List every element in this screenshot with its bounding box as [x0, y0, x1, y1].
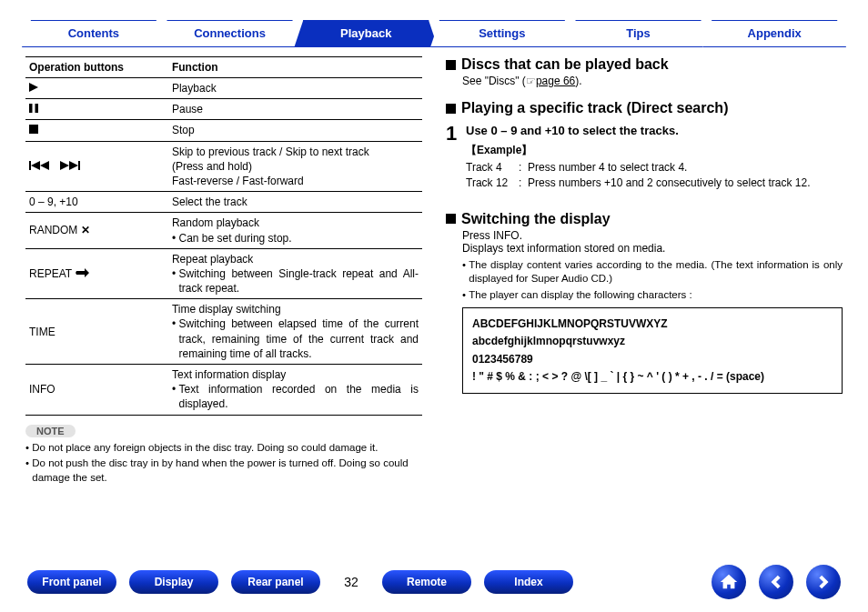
footer-display[interactable]: Display — [129, 570, 218, 594]
notes-list: Do not place any foreign objects in the … — [25, 441, 422, 486]
btn-repeat-label: REPEAT — [29, 267, 75, 280]
example-val-1: Press number 4 to select track 4. — [528, 160, 843, 176]
switching-line1: Press INFO. — [462, 229, 843, 242]
example-key-1: Track 4 — [466, 160, 519, 176]
note-1: Do not place any foreign objects in the … — [32, 441, 378, 456]
fn-pause: Pause — [168, 99, 422, 120]
th-operation: Operation buttons — [25, 57, 168, 78]
btn-random-label: RANDOM — [29, 224, 81, 236]
svg-marker-6 — [40, 161, 49, 170]
section-switching-title: Switching the display — [446, 211, 843, 227]
fn-skip-1: Skip to previous track / Skip to next tr… — [172, 145, 419, 159]
play-icon — [29, 82, 38, 95]
table-row: REPEAT Repeat playback Switching between… — [25, 248, 422, 299]
btn-digits: 0 – 9, +10 — [25, 192, 168, 213]
operation-table: Operation buttons Function Playback — [25, 56, 422, 416]
forward-icon[interactable] — [806, 565, 841, 599]
fn-info-b1: Text information recorded on the media i… — [179, 382, 419, 411]
step-number: 1 — [446, 124, 466, 191]
table-row: Playback — [25, 78, 422, 99]
right-column: Discs that can be played back See "Discs… — [446, 56, 843, 487]
table-row: 0 – 9, +10 Select the track — [25, 192, 422, 213]
tab-connections[interactable]: Connections — [158, 20, 302, 47]
table-row: TIME Time display switching Switching be… — [25, 299, 422, 365]
chars-symbols: ! " # $ % & : ; < > ? @ \[ ] _ ` | { } ~… — [472, 368, 833, 386]
fn-info: Text information display — [172, 367, 419, 382]
switching-bullets: The display content varies according to … — [462, 258, 843, 303]
svg-rect-1 — [29, 104, 33, 113]
back-icon[interactable] — [759, 565, 793, 599]
shuffle-icon: ✕ — [81, 224, 90, 236]
example-val-2: Press numbers +10 and 2 consecutively to… — [528, 176, 843, 191]
fn-time: Time display switching — [172, 302, 419, 316]
left-column: Operation buttons Function Playback — [25, 56, 422, 487]
example-row: Track 4: Press number 4 to select track … — [466, 160, 843, 176]
footer-rear-panel[interactable]: Rear panel — [231, 570, 320, 594]
link-page66[interactable]: page 66 — [536, 75, 575, 87]
home-icon[interactable] — [712, 565, 746, 599]
switching-b1: The display content varies according to … — [469, 258, 843, 286]
step-title: Use 0 – 9 and +10 to select the tracks. — [466, 124, 843, 137]
table-row: Skip to previous track / Skip to next tr… — [25, 141, 422, 192]
skip-next-icon — [60, 160, 82, 173]
svg-marker-5 — [31, 161, 40, 170]
fn-skip-2: (Press and hold) — [172, 159, 419, 174]
switching-b2: The player can display the following cha… — [469, 288, 691, 303]
footer-front-panel[interactable]: Front panel — [27, 570, 116, 594]
footer: Front panel Display Rear panel 32 Remote… — [0, 565, 868, 599]
top-tabs: Contents Connections Playback Settings T… — [25, 20, 843, 47]
tab-contents[interactable]: Contents — [22, 20, 166, 47]
example-row: Track 12: Press numbers +10 and 2 consec… — [466, 176, 843, 191]
btn-info-label: INFO — [25, 365, 168, 416]
btn-time-label: TIME — [25, 299, 168, 365]
tab-settings[interactable]: Settings — [430, 20, 574, 47]
fn-repeat: Repeat playback — [172, 252, 419, 266]
svg-rect-3 — [29, 125, 38, 134]
skip-prev-icon — [29, 160, 54, 173]
see-discs-suffix: ). — [575, 75, 581, 87]
table-row: Pause — [25, 99, 422, 120]
section-discs-title: Discs that can be played back — [446, 56, 843, 73]
svg-rect-4 — [29, 161, 31, 170]
tab-appendix[interactable]: Appendix — [702, 20, 846, 47]
svg-rect-2 — [35, 104, 39, 113]
see-discs-prefix: See "Discs" ( — [462, 75, 526, 87]
svg-marker-0 — [29, 83, 38, 92]
fn-random: Random playback — [172, 216, 419, 230]
pause-icon — [29, 103, 38, 115]
svg-rect-9 — [78, 161, 80, 170]
footer-remote[interactable]: Remote — [382, 570, 471, 594]
tab-tips[interactable]: Tips — [567, 20, 711, 47]
svg-marker-7 — [60, 161, 69, 170]
note-badge: NOTE — [25, 425, 76, 437]
character-box: ABCDEFGHIJKLMNOPQRSTUVWXYZ abcdefghijklm… — [462, 307, 843, 394]
fn-repeat-b1: Switching between Single-track repeat an… — [179, 266, 419, 296]
fn-playback: Playback — [168, 78, 422, 99]
table-row: INFO Text information display Text infor… — [25, 365, 422, 416]
svg-marker-8 — [69, 161, 78, 170]
note-2: Do not push the disc tray in by hand whe… — [32, 456, 422, 485]
example-label: 【Example】 — [466, 143, 843, 158]
section-direct-search-title: Playing a specific track (Direct search) — [446, 100, 843, 116]
example-key-2: Track 12 — [466, 176, 519, 191]
chars-upper: ABCDEFGHIJKLMNOPQRSTUVWXYZ — [472, 316, 833, 333]
chars-digits: 0123456789 — [472, 351, 833, 368]
chars-lower: abcdefghijklmnopqrstuvwxyz — [472, 333, 833, 350]
stop-icon — [29, 124, 38, 136]
repeat-icon — [75, 267, 89, 280]
pointer-icon: ☞ — [526, 75, 536, 87]
table-row: RANDOM ✕ Random playback Can be set duri… — [25, 213, 422, 248]
page-number: 32 — [333, 575, 369, 589]
th-function: Function — [168, 57, 422, 78]
tab-playback[interactable]: Playback — [294, 20, 438, 47]
fn-random-b1: Can be set during stop. — [179, 231, 419, 246]
switching-line2: Displays text information stored on medi… — [462, 242, 843, 255]
fn-time-b1: Switching between elapsed time of the cu… — [179, 316, 419, 361]
fn-select-track: Select the track — [168, 192, 422, 213]
fn-stop: Stop — [168, 120, 422, 141]
table-row: Stop — [25, 120, 422, 141]
fn-skip-3: Fast-reverse / Fast-forward — [172, 174, 419, 188]
footer-index[interactable]: Index — [484, 570, 573, 594]
